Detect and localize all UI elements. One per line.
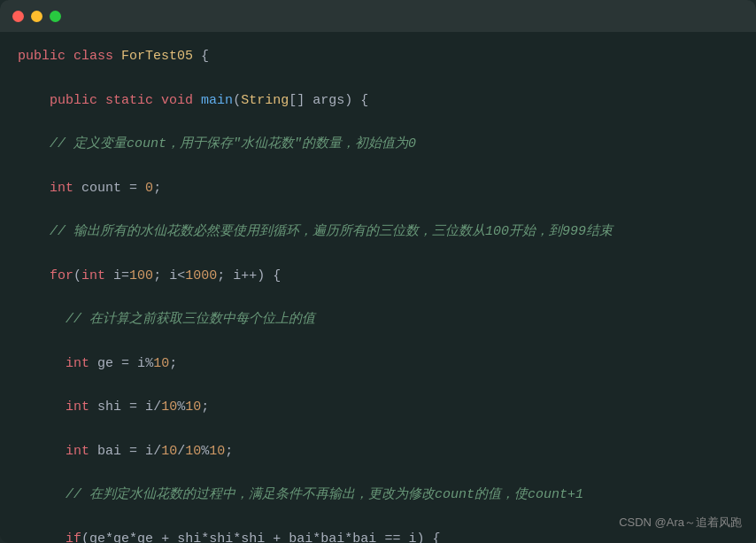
minimize-button[interactable] [31,11,42,22]
code-line-5: // 定义变量count，用于保存"水仙花数"的数量，初始值为0 [18,134,738,156]
code-line-17: int shi = i/10%10; [18,397,738,419]
code-line-2 [18,68,738,90]
code-line-3: public static void main(String[] args) { [18,90,738,112]
code-line-19: int bai = i/10/10%10; [18,441,738,463]
code-line-18 [18,419,738,441]
code-line-7: int count = 0; [18,178,738,200]
code-line-21: // 在判定水仙花数的过程中，满足条件不再输出，更改为修改count的值，使co… [18,485,738,507]
code-line-1: public class ForTest05 { [18,46,738,68]
code-line-11: for(int i=100; i<1000; i++) { [18,266,738,288]
code-line-8 [18,199,738,221]
maximize-button[interactable] [50,11,61,22]
code-line-6 [18,156,738,178]
code-editor: public class ForTest05 { public static v… [0,32,756,543]
code-line-16 [18,375,738,397]
code-line-20 [18,462,738,485]
code-line-4 [18,112,738,134]
code-line-15: int ge = i%10; [18,353,738,376]
close-button[interactable] [12,11,24,22]
code-window: public class ForTest05 { public static v… [0,0,756,543]
code-line-14 [18,331,738,353]
code-line-12 [18,287,738,309]
code-line-9: // 输出所有的水仙花数必然要使用到循环，遍历所有的三位数，三位数从100开始，… [18,221,738,244]
title-bar [0,0,756,32]
code-line-13: // 在计算之前获取三位数中每个位上的值 [18,309,738,331]
code-line-10 [18,244,738,266]
watermark: CSDN @Ara～追着风跑 [619,515,742,531]
